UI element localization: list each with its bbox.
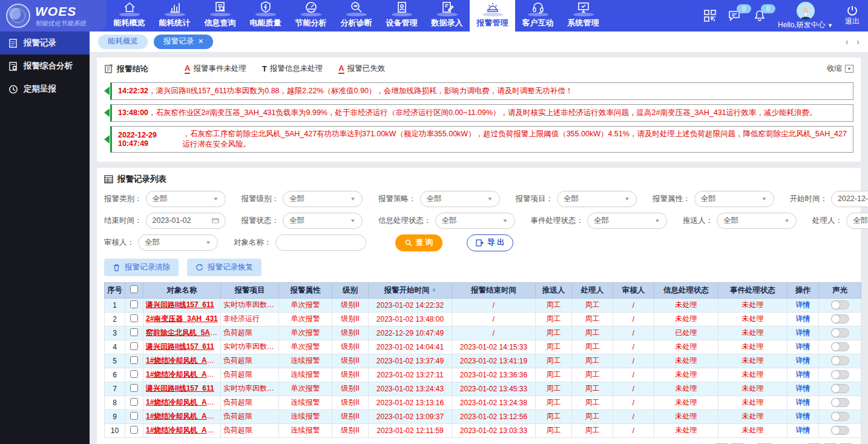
alert-time: 14:22:32: [118, 87, 148, 95]
cell-index: 4: [105, 340, 125, 354]
nav-item-设备管理[interactable]: 设备管理: [379, 0, 424, 31]
filter-select-报警状态[interactable]: 全部▼: [283, 213, 363, 229]
tabs-scroll-right-icon[interactable]: ›: [856, 37, 860, 47]
object-name-link[interactable]: 窑前除尘北风机_5AH ...: [146, 328, 221, 337]
filter-value: 全部: [594, 216, 609, 226]
row-checkbox[interactable]: [130, 342, 138, 350]
sound-light-toggle[interactable]: [831, 384, 849, 393]
object-name-link[interactable]: 2#南变压器_3AH_431: [146, 314, 218, 323]
object-name-link[interactable]: 1#烧结冷却风机_AH6 ...: [146, 356, 221, 365]
cell-auditor: /: [613, 423, 654, 437]
detail-link[interactable]: 详情: [796, 328, 810, 337]
object-name-link[interactable]: 1#烧结冷却风机_AH6 ...: [146, 426, 221, 434]
detail-link[interactable]: 详情: [796, 314, 810, 323]
alert-marker-icon: [104, 87, 110, 95]
nav-item-客户互动[interactable]: 客户互动: [515, 0, 561, 31]
filter-select-报警类别[interactable]: 全部▼: [146, 191, 226, 207]
row-checkbox[interactable]: [130, 384, 138, 392]
sidebar-item-报警综合分析[interactable]: 报警综合分析: [0, 55, 90, 78]
row-checkbox[interactable]: [130, 328, 138, 336]
sound-light-toggle[interactable]: [831, 300, 849, 310]
sound-light-toggle[interactable]: [831, 426, 849, 435]
table-row: 1潞兴回路II线157_611实时功率因数不达标单次报警级别II2023-01-…: [105, 298, 861, 312]
nav-item-信息查询[interactable]: 信息查询: [197, 0, 243, 31]
sound-light-toggle[interactable]: [831, 314, 849, 323]
sound-light-toggle[interactable]: [831, 370, 849, 379]
sidebar-item-label: 报警综合分析: [24, 61, 73, 71]
filter-select-报警策略[interactable]: 全部▼: [420, 191, 500, 207]
row-checkbox[interactable]: [130, 426, 138, 434]
object-name-link[interactable]: 1#烧结冷却风机_AH6 ...: [146, 412, 221, 420]
user-menu[interactable]: Hello,研发中心 ▼: [778, 2, 833, 30]
filter-label: 事件处理状态：: [531, 216, 584, 226]
filter-select-审核人[interactable]: 全部▼: [138, 234, 218, 251]
nav-item-能耗概览[interactable]: 能耗概览: [107, 0, 152, 31]
col-header-报警开始时间[interactable]: 报警开始时间▲▼: [369, 282, 452, 298]
row-checkbox[interactable]: [130, 300, 138, 308]
object-name-input[interactable]: [275, 234, 366, 251]
sort-icon[interactable]: ▲▼: [432, 288, 436, 293]
filter-select-报警级别[interactable]: 全部▼: [283, 191, 363, 207]
filter-date-结束时间[interactable]: 2023-01-02: [146, 213, 226, 229]
collapse-button[interactable]: 收缩 ▾: [827, 64, 853, 74]
search-button[interactable]: 查 询: [395, 234, 442, 251]
filter-date-开始时间[interactable]: 2022-12-02: [831, 191, 868, 207]
cell-handler: 周工: [572, 409, 613, 423]
object-name-link[interactable]: 1#烧结冷却风机_AH6 ...: [146, 398, 221, 406]
sound-light-toggle[interactable]: [831, 398, 849, 407]
nav-item-节能分析[interactable]: 节能分析: [288, 0, 334, 31]
detail-link[interactable]: 详情: [796, 370, 810, 379]
nav-item-分析诊断[interactable]: 分析诊断: [334, 0, 379, 31]
filter-select-信息处理状态[interactable]: 全部▼: [435, 213, 515, 229]
clear-records-button[interactable]: 报警记录清除: [104, 259, 179, 276]
nav-icon-shadow: [210, 13, 231, 16]
filter-select-处理人[interactable]: 全部▼: [846, 213, 868, 229]
detail-link[interactable]: 详情: [796, 300, 810, 309]
restore-records-button[interactable]: 报警记录恢复: [187, 259, 261, 276]
filter-select-事件处理状态[interactable]: 全部▼: [587, 213, 667, 229]
detail-link[interactable]: 详情: [796, 426, 810, 434]
object-name-link[interactable]: 潞兴回路II线157_611: [146, 384, 214, 393]
messages-icon[interactable]: 0: [728, 10, 741, 22]
detail-link[interactable]: 详情: [796, 342, 810, 351]
tab-close-icon[interactable]: ✕: [198, 38, 203, 45]
sound-light-toggle[interactable]: [831, 412, 849, 421]
cell-level: 级别II: [332, 312, 369, 326]
row-checkbox[interactable]: [130, 398, 138, 406]
nav-item-数据录入[interactable]: 数据录入: [424, 0, 470, 31]
object-name-link[interactable]: 1#烧结冷却风机_AH6 ...: [146, 370, 221, 379]
filter-select-报警属性[interactable]: 全部▼: [694, 191, 774, 207]
cell-checkbox: [125, 312, 143, 326]
filter-select-推送人[interactable]: 全部▼: [717, 213, 797, 229]
notifications-bell-icon[interactable]: 0: [754, 10, 766, 22]
sound-light-toggle[interactable]: [831, 342, 849, 351]
row-checkbox[interactable]: [130, 356, 138, 364]
logout-button[interactable]: 退出: [845, 5, 860, 27]
row-checkbox[interactable]: [130, 370, 138, 378]
detail-link[interactable]: 详情: [796, 398, 810, 406]
sound-light-toggle[interactable]: [831, 328, 849, 337]
nav-item-报警管理[interactable]: 报警管理: [470, 0, 515, 31]
cell-sound-light: [819, 326, 861, 340]
detail-link[interactable]: 详情: [796, 412, 810, 420]
sidebar-item-报警记录[interactable]: 报警记录: [0, 31, 90, 55]
export-button[interactable]: 导 出: [467, 234, 513, 251]
row-checkbox[interactable]: [130, 314, 138, 322]
detail-link[interactable]: 详情: [796, 384, 810, 393]
cell-auditor: /: [613, 298, 654, 312]
tabs-scroll-left-icon[interactable]: ‹: [846, 37, 849, 47]
object-name-link[interactable]: 潞兴回路II线157_611: [146, 300, 214, 309]
nav-item-能耗统计[interactable]: 能耗统计: [152, 0, 197, 31]
filter-select-报警项目[interactable]: 全部▼: [557, 191, 637, 207]
sound-light-toggle[interactable]: [831, 356, 849, 365]
nav-item-系统管理[interactable]: 系统管理: [561, 0, 606, 31]
detail-link[interactable]: 详情: [796, 356, 810, 365]
sidebar-item-定期呈报[interactable]: 定期呈报: [0, 78, 90, 101]
row-checkbox[interactable]: [130, 412, 138, 420]
nav-item-电能质量[interactable]: 电能质量: [243, 0, 288, 31]
qr-code-icon[interactable]: [704, 10, 716, 22]
select-all-checkbox[interactable]: [130, 285, 138, 293]
object-name-link[interactable]: 潞兴回路II线157_611: [146, 342, 214, 351]
tab-报警记录[interactable]: 报警记录✕: [154, 35, 213, 49]
tab-能耗概览[interactable]: 能耗概览: [98, 35, 148, 49]
